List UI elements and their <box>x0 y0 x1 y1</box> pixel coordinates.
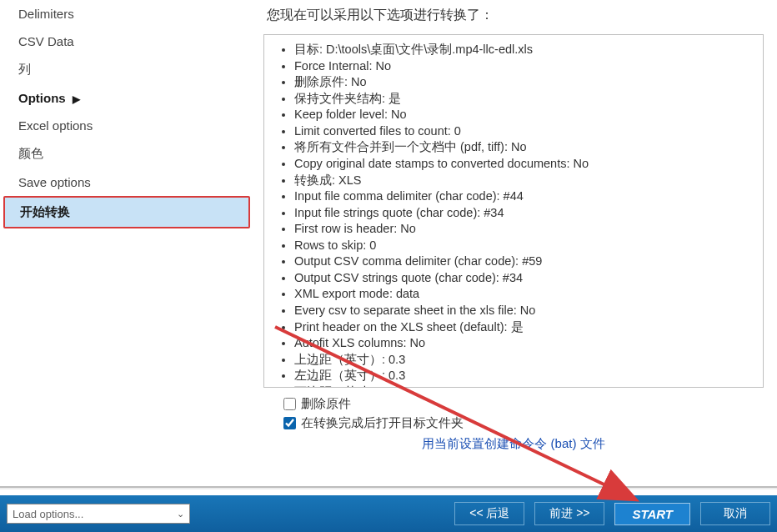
option-item: 目标: D:\tools\桌面\文件\录制.mp4-llc-edl.xls <box>294 42 756 58</box>
checkbox-label: 删除原件 <box>301 396 351 412</box>
option-item: 转换成: XLS <box>294 173 756 189</box>
checkbox-row-open: 在转换完成后打开目标文件夹 <box>283 415 764 431</box>
sidebar-item-save-options[interactable]: Save options <box>3 168 250 196</box>
back-button[interactable]: << 后退 <box>454 502 524 525</box>
option-item: First row is header: No <box>294 221 756 238</box>
main-title: 您现在可以采用以下选项进行转换了： <box>263 7 764 24</box>
option-item: Every csv to separate sheet in the xls f… <box>294 303 756 319</box>
option-item: 上边距（英寸）: 0.3 <box>294 352 756 369</box>
open-folder-checkbox[interactable] <box>283 417 296 429</box>
sidebar-item-start-convert[interactable]: 开始转换 <box>3 196 250 228</box>
delete-original-checkbox[interactable] <box>283 398 296 410</box>
divider <box>0 486 777 489</box>
chevron-down-icon: ⌄ <box>177 509 184 519</box>
option-item: Rows to skip: 0 <box>294 238 756 254</box>
sidebar-item-color[interactable]: 颜色 <box>3 139 250 168</box>
sidebar-item-options[interactable]: Options ▶ <box>3 84 250 112</box>
sidebar-item-excel-options[interactable]: Excel options <box>3 112 250 139</box>
option-item: Force Internal: No <box>294 58 756 75</box>
create-bat-link[interactable]: 用当前设置创建命令令 (bat) 文件 <box>263 436 764 452</box>
bottom-bar: Load options... ⌄ << 后退 前进 >> START 取消 <box>0 495 777 532</box>
start-button[interactable]: START <box>614 503 690 525</box>
option-item: 左边距（英寸）: 0.3 <box>294 368 756 384</box>
option-item: Copy original date stamps to converted d… <box>294 156 756 173</box>
forward-button[interactable]: 前进 >> <box>534 502 604 525</box>
option-item: 删除原件: No <box>294 74 756 91</box>
main-panel: 您现在可以采用以下选项进行转换了： 目标: D:\tools\桌面\文件\录制.… <box>250 0 777 490</box>
options-list: 目标: D:\tools\桌面\文件\录制.mp4-llc-edl.xls Fo… <box>294 42 756 388</box>
option-item: Print header on the XLS sheet (default):… <box>294 319 756 336</box>
option-item: 将所有文件合并到一个文档中 (pdf, tiff): No <box>294 139 756 156</box>
option-item: Keep folder level: No <box>294 107 756 123</box>
load-options-dropdown[interactable]: Load options... ⌄ <box>7 504 190 524</box>
checkbox-group: 删除原件 在转换完成后打开目标文件夹 <box>263 396 764 431</box>
sidebar-item-label: Options <box>18 91 66 105</box>
cancel-button[interactable]: 取消 <box>700 502 770 525</box>
option-item: 保持文件夹结构: 是 <box>294 91 756 108</box>
checkbox-row-delete: 删除原件 <box>283 396 764 412</box>
option-item: Input file comma delimiter (char code): … <box>294 188 756 205</box>
sidebar-item-delimiters[interactable]: Delimiters <box>3 0 250 28</box>
sidebar-item-columns[interactable]: 列 <box>3 55 250 84</box>
option-item: Input file strings quote (char code): #3… <box>294 205 756 222</box>
load-options-label: Load options... <box>13 508 83 520</box>
option-item: Output CSV strings quote (char code): #3… <box>294 270 756 287</box>
checkbox-label: 在转换完成后打开目标文件夹 <box>301 415 464 431</box>
option-item: XML export mode: data <box>294 286 756 303</box>
sidebar-item-csv-data[interactable]: CSV Data <box>3 28 250 55</box>
option-item: Limit converted files to count: 0 <box>294 123 756 140</box>
options-list-box[interactable]: 目标: D:\tools\桌面\文件\录制.mp4-llc-edl.xls Fo… <box>263 34 764 388</box>
arrow-right-icon: ▶ <box>73 93 80 105</box>
option-item: Autofit XLS columns: No <box>294 335 756 352</box>
option-item: Output CSV comma delimiter (char code): … <box>294 253 756 270</box>
sidebar: Delimiters CSV Data 列 Options ▶ Excel op… <box>0 0 250 490</box>
option-item: 下边距（英寸）: 0.3 <box>294 384 756 388</box>
